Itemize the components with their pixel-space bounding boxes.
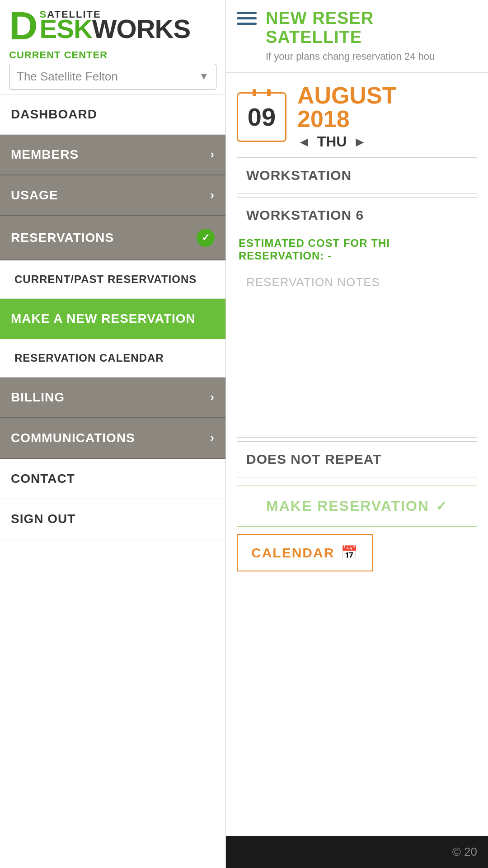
hamburger-menu-button[interactable] — [237, 9, 257, 25]
sidebar-item-label: RESERVATIONS — [11, 231, 114, 245]
sidebar-item-usage[interactable]: USAGE › — [0, 175, 225, 216]
date-month-year: AUGUST 2018 — [297, 84, 397, 131]
logo-d-letter: D — [9, 9, 38, 43]
date-prev-button[interactable]: ◄ — [297, 134, 311, 150]
hamburger-line — [237, 17, 257, 19]
sidebar-item-make-new-reservation[interactable]: MAKE A NEW RESERVATION — [0, 299, 225, 339]
chevron-right-icon: › — [210, 147, 215, 161]
estimated-cost-label: ESTIMATED COST FOR THI RESERVATION: - — [237, 237, 477, 262]
footer-copyright: © 20 — [452, 845, 477, 859]
cost-label-text: ESTIMATED COST FOR THI RESERVATION: — [239, 237, 390, 262]
chevron-right-icon: › — [210, 188, 215, 202]
date-day-number: 09 — [248, 104, 276, 130]
logo-satellite-block: SATELLITE ESKWORKS — [40, 9, 191, 42]
calendar-icon: 📅 — [341, 545, 358, 561]
calendar-rings — [238, 89, 285, 96]
sidebar-item-current-past-reservations[interactable]: CURRENT/PAST RESERVATIONS — [0, 260, 225, 299]
sidebar-item-label: USAGE — [11, 188, 58, 203]
sidebar-item-label: BILLING — [11, 390, 65, 405]
chevron-right-icon: › — [210, 390, 215, 404]
footer-bar: © 20 — [226, 836, 488, 868]
chevron-down-icon: ▼ — [199, 71, 209, 82]
sidebar-item-sign-out[interactable]: SIGN OUT — [0, 499, 225, 539]
page-title: NEW RESER SATELLITE — [266, 9, 477, 47]
logo: D SATELLITE ESKWORKS — [9, 9, 216, 43]
date-next-button[interactable]: ► — [353, 134, 366, 150]
workstation-type-select[interactable]: WORKSTATION — [237, 157, 477, 193]
header-subtitle: If your plans chang reservation 24 hou — [266, 50, 477, 64]
sidebar-item-billing[interactable]: BILLING › — [0, 377, 225, 418]
sidebar-item-label: COMMUNICATIONS — [11, 431, 135, 445]
calendar-ring-left — [253, 89, 256, 96]
sidebar: D SATELLITE ESKWORKS CURRENT CENTER The … — [0, 0, 226, 868]
workstation-type-label: WORKSTATION — [246, 168, 352, 183]
center-name: The Satellite Felton — [17, 70, 199, 84]
sidebar-item-reservation-calendar[interactable]: RESERVATION CALENDAR — [0, 339, 225, 377]
hamburger-line — [237, 12, 257, 14]
make-reservation-label: MAKE RESERVATION — [266, 498, 429, 514]
make-reservation-button[interactable]: MAKE RESERVATION ✓ — [237, 486, 477, 527]
repeat-value: DOES NOT REPEAT — [246, 452, 381, 467]
calendar-button[interactable]: CALENDAR 📅 — [237, 534, 373, 571]
title-line1: NEW RESER — [266, 9, 477, 28]
header-title-block: NEW RESER SATELLITE If your plans chang … — [266, 9, 477, 63]
current-center-label: CURRENT CENTER — [9, 49, 216, 61]
reservation-notes-input[interactable]: RESERVATION NOTES — [237, 266, 477, 438]
checkmark-icon: ✓ — [436, 498, 448, 514]
logo-deskworks-text: ESKWORKS — [40, 16, 191, 42]
sidebar-item-label: MAKE A NEW RESERVATION — [11, 311, 196, 326]
sidebar-item-reservations[interactable]: RESERVATIONS ✓ — [0, 216, 225, 260]
repeat-select[interactable]: DOES NOT REPEAT — [237, 441, 477, 477]
date-text-block: AUGUST 2018 ◄ THU ► — [297, 84, 397, 150]
calendar-ring-right — [267, 89, 271, 96]
logo-area: D SATELLITE ESKWORKS CURRENT CENTER The … — [0, 0, 225, 94]
calendar-label: CALENDAR — [251, 545, 334, 561]
sidebar-item-dashboard[interactable]: DASHBOARD — [0, 94, 225, 135]
expand-icon: ✓ — [197, 229, 215, 247]
date-weekday: THU — [317, 133, 347, 150]
title-line2: SATELLITE — [266, 28, 477, 47]
workstation-select[interactable]: WORKSTATION 6 — [237, 197, 477, 233]
logo-eski: ESK — [40, 14, 92, 43]
logo-works: WORKS — [92, 14, 190, 43]
hamburger-line — [237, 23, 257, 25]
sidebar-item-label: CONTACT — [11, 472, 75, 486]
sidebar-item-label: CURRENT/PAST RESERVATIONS — [14, 273, 197, 286]
center-select[interactable]: The Satellite Felton ▼ — [9, 64, 216, 90]
sidebar-item-label: SIGN OUT — [11, 512, 75, 526]
date-year: 2018 — [297, 106, 350, 132]
sidebar-item-label: MEMBERS — [11, 147, 79, 162]
calendar-date-box: 09 — [237, 92, 286, 142]
main-header: NEW RESER SATELLITE If your plans chang … — [226, 0, 488, 73]
date-nav: ◄ THU ► — [297, 133, 397, 150]
reservation-form: WORKSTATION WORKSTATION 6 ESTIMATED COST… — [226, 157, 488, 580]
chevron-right-icon: › — [210, 431, 215, 445]
sidebar-item-label: DASHBOARD — [11, 107, 97, 122]
notes-placeholder: RESERVATION NOTES — [246, 275, 380, 289]
sidebar-item-communications[interactable]: COMMUNICATIONS › — [0, 418, 225, 459]
sidebar-item-members[interactable]: MEMBERS › — [0, 135, 225, 175]
date-month: AUGUST — [297, 82, 397, 108]
sidebar-item-contact[interactable]: CONTACT — [0, 459, 225, 499]
date-section: 09 AUGUST 2018 ◄ THU ► — [226, 73, 488, 157]
cost-value: - — [328, 250, 332, 262]
sidebar-item-label: RESERVATION CALENDAR — [14, 352, 164, 364]
workstation-value: WORKSTATION 6 — [246, 208, 364, 222]
main-content: NEW RESER SATELLITE If your plans chang … — [226, 0, 488, 868]
